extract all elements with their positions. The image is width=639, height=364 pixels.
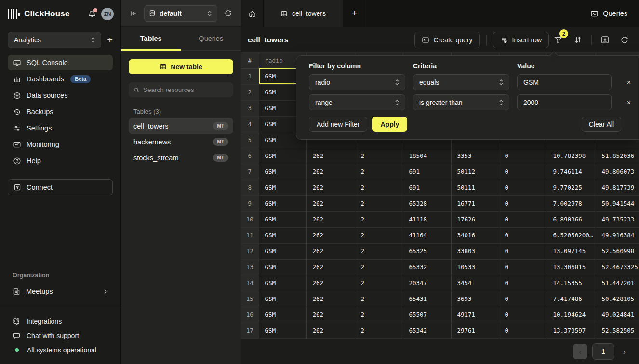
table-cell[interactable]: 51.852036: [596, 148, 639, 164]
remove-filter-button-2[interactable]: ×: [627, 98, 631, 106]
table-cell[interactable]: 49171: [451, 307, 499, 323]
table-cell[interactable]: GSM: [259, 259, 306, 275]
table-list-item-cell-towers[interactable]: cell_towers MT: [129, 118, 233, 134]
table-cell[interactable]: 262: [306, 323, 355, 338]
table-cell[interactable]: 2: [355, 307, 403, 323]
sidebar-item-meetups[interactable]: Meetups: [8, 284, 113, 299]
table-cell[interactable]: 0: [499, 243, 547, 259]
create-query-button[interactable]: Create query: [414, 32, 480, 48]
table-cell[interactable]: 65431: [403, 291, 451, 307]
search-resources-box[interactable]: [129, 82, 233, 97]
new-table-button[interactable]: New table: [129, 59, 233, 74]
sidebar-item-sql-console[interactable]: SQL Console: [8, 55, 113, 70]
filter-criteria-select-1[interactable]: equals: [413, 74, 509, 90]
table-cell[interactable]: 0: [499, 259, 547, 275]
table-cell[interactable]: 33803: [451, 243, 499, 259]
table-cell[interactable]: 262: [306, 164, 355, 180]
filter-criteria-select-2[interactable]: is greater than: [413, 94, 509, 110]
tab-queries[interactable]: Queries: [181, 27, 241, 50]
table-cell[interactable]: 0: [499, 180, 547, 195]
table-cell[interactable]: 0: [499, 227, 547, 243]
table-cell[interactable]: 0: [499, 307, 547, 323]
clear-all-filters-button[interactable]: Clear All: [582, 117, 621, 132]
add-new-filter-button[interactable]: Add new Filter: [309, 117, 367, 132]
table-cell[interactable]: 13.373597: [547, 323, 596, 338]
table-cell[interactable]: 10533: [451, 259, 499, 275]
table-cell[interactable]: 51.447201: [596, 275, 639, 291]
table-cell[interactable]: 691: [403, 164, 451, 180]
table-cell[interactable]: 13.097145: [547, 243, 596, 259]
table-cell[interactable]: 2: [355, 291, 403, 307]
table-cell[interactable]: 7.417486: [547, 291, 596, 307]
filter-column-select-2[interactable]: range: [309, 94, 405, 110]
table-cell[interactable]: 7.002978: [547, 195, 596, 211]
table-cell[interactable]: 2: [355, 180, 403, 195]
table-cell[interactable]: GSM: [259, 307, 306, 323]
table-cell[interactable]: 0: [499, 148, 547, 164]
sidebar-item-settings[interactable]: Settings: [8, 120, 113, 136]
table-cell[interactable]: GSM: [259, 243, 306, 259]
download-button[interactable]: [598, 33, 612, 47]
table-cell[interactable]: 0: [499, 275, 547, 291]
filter-button[interactable]: 2: [551, 33, 565, 47]
home-button[interactable]: [241, 0, 263, 27]
sidebar-item-backups[interactable]: Backups: [8, 104, 113, 119]
table-cell[interactable]: GSM: [259, 323, 306, 338]
table-cell[interactable]: 262: [306, 211, 355, 227]
new-tab-button[interactable]: +: [343, 0, 366, 27]
table-cell[interactable]: 20347: [403, 275, 451, 291]
table-cell[interactable]: 10.782398: [547, 148, 596, 164]
table-cell[interactable]: 262: [306, 307, 355, 323]
table-cell[interactable]: 52.582505: [596, 323, 639, 338]
table-cell[interactable]: 13.306815: [547, 259, 596, 275]
sidebar-item-help[interactable]: Help: [8, 153, 113, 169]
database-select[interactable]: default: [144, 5, 217, 22]
table-cell[interactable]: 18504: [403, 148, 451, 164]
table-cell[interactable]: 2: [355, 164, 403, 180]
filter-column-select-1[interactable]: radio: [309, 74, 405, 90]
table-cell[interactable]: 49.024841: [596, 307, 639, 323]
sidebar-item-data-sources[interactable]: Data sources: [8, 88, 113, 103]
table-cell[interactable]: 65328: [403, 195, 451, 211]
table-cell[interactable]: 41164: [403, 227, 451, 243]
apply-filters-button[interactable]: Apply: [372, 117, 407, 132]
table-cell[interactable]: 6.890366: [547, 211, 596, 227]
table-cell[interactable]: 3693: [451, 291, 499, 307]
table-cell[interactable]: 17626: [451, 211, 499, 227]
table-cell[interactable]: GSM: [259, 195, 306, 211]
table-cell[interactable]: 49.817739: [596, 180, 639, 195]
sort-button[interactable]: [571, 33, 585, 47]
table-cell[interactable]: 2: [355, 259, 403, 275]
integrations-link[interactable]: Integrations: [0, 314, 120, 328]
sidebar-item-dashboards[interactable]: Dashboards Beta: [8, 71, 113, 87]
chat-support-link[interactable]: Chat with support: [0, 328, 120, 343]
table-cell[interactable]: 2: [355, 227, 403, 243]
next-page-button[interactable]: ›: [623, 348, 626, 356]
collapse-panel-button[interactable]: [129, 9, 138, 18]
prev-page-button[interactable]: ‹: [573, 344, 587, 359]
table-cell[interactable]: 10.194624: [547, 307, 596, 323]
table-cell[interactable]: 2: [355, 195, 403, 211]
table-cell[interactable]: 2: [355, 148, 403, 164]
table-cell[interactable]: 2: [355, 323, 403, 338]
table-cell[interactable]: GSM: [259, 227, 306, 243]
table-cell[interactable]: 262: [306, 275, 355, 291]
current-page-indicator[interactable]: 1: [592, 343, 614, 360]
connect-button[interactable]: Connect: [8, 179, 113, 195]
table-cell[interactable]: 262: [306, 195, 355, 211]
table-cell[interactable]: GSM: [259, 180, 306, 195]
table-cell[interactable]: 16771: [451, 195, 499, 211]
table-cell[interactable]: 0: [499, 195, 547, 211]
table-cell[interactable]: GSM: [259, 148, 306, 164]
table-cell[interactable]: 262: [306, 259, 355, 275]
table-cell[interactable]: 49.916384: [596, 227, 639, 243]
tab-tables[interactable]: Tables: [121, 27, 181, 50]
table-cell[interactable]: 9.770225: [547, 180, 596, 195]
table-cell[interactable]: 50.941544: [596, 195, 639, 211]
table-cell[interactable]: 0: [499, 211, 547, 227]
table-cell[interactable]: 262: [306, 180, 355, 195]
table-cell[interactable]: 0: [499, 323, 547, 338]
table-cell[interactable]: 49.806073: [596, 164, 639, 180]
table-cell[interactable]: 262: [306, 227, 355, 243]
table-cell[interactable]: 52.4673325: [596, 259, 639, 275]
